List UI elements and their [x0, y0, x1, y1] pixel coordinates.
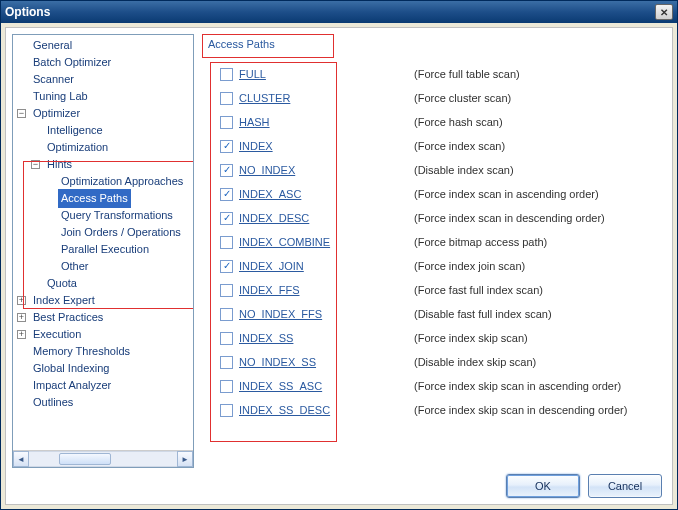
access-path-row: INDEX(Force index scan): [220, 134, 656, 158]
access-path-checkbox[interactable]: [220, 92, 233, 105]
access-path-name[interactable]: INDEX_SS_DESC: [239, 404, 414, 416]
access-path-description: (Force index scan): [414, 140, 505, 152]
access-path-description: (Force bitmap access path): [414, 236, 547, 248]
access-path-row: INDEX_DESC(Force index scan in descendin…: [220, 206, 656, 230]
access-path-description: (Force index skip scan in ascending orde…: [414, 380, 621, 392]
access-path-checkbox[interactable]: [220, 188, 233, 201]
tree-node[interactable]: Impact Analyzer: [15, 377, 193, 394]
access-path-description: (Force index scan in ascending order): [414, 188, 599, 200]
tree-connector-icon: [15, 56, 28, 69]
access-path-checkbox[interactable]: [220, 380, 233, 393]
access-path-checkbox[interactable]: [220, 140, 233, 153]
tree-node[interactable]: +Index Expert: [15, 292, 193, 309]
access-path-checkbox[interactable]: [220, 116, 233, 129]
access-path-name[interactable]: INDEX_ASC: [239, 188, 414, 200]
access-path-name[interactable]: CLUSTER: [239, 92, 414, 104]
tree-connector-icon: [15, 379, 28, 392]
access-path-description: (Force index skip scan): [414, 332, 528, 344]
scrollbar-thumb[interactable]: [59, 453, 111, 465]
tree-node[interactable]: Quota: [29, 275, 193, 292]
access-path-checkbox[interactable]: [220, 236, 233, 249]
access-path-checkbox[interactable]: [220, 68, 233, 81]
access-path-row: NO_INDEX(Disable index scan): [220, 158, 656, 182]
access-path-checkbox[interactable]: [220, 356, 233, 369]
access-path-checkbox[interactable]: [220, 164, 233, 177]
tree-connector-icon: [43, 260, 56, 273]
panel-header: Access Paths: [202, 34, 666, 56]
tree-node[interactable]: +Best Practices: [15, 309, 193, 326]
access-path-row: INDEX_SS_DESC(Force index skip scan in d…: [220, 398, 656, 422]
expand-icon[interactable]: +: [15, 294, 28, 307]
tree-node[interactable]: Access Paths: [43, 190, 193, 207]
tree-connector-icon: [29, 141, 42, 154]
tree-node[interactable]: Intelligence: [29, 122, 193, 139]
tree-node[interactable]: +Execution: [15, 326, 193, 343]
access-path-description: (Disable index scan): [414, 164, 514, 176]
access-path-row: INDEX_SS(Force index skip scan): [220, 326, 656, 350]
access-path-row: INDEX_FFS(Force fast full index scan): [220, 278, 656, 302]
access-path-name[interactable]: INDEX_JOIN: [239, 260, 414, 272]
tree-node[interactable]: Scanner: [15, 71, 193, 88]
tree-node[interactable]: Parallel Execution: [43, 241, 193, 258]
ok-button[interactable]: OK: [506, 474, 580, 498]
tree-node[interactable]: −OptimizerIntelligenceOptimization−Hints…: [15, 105, 193, 292]
access-path-checkbox[interactable]: [220, 212, 233, 225]
access-path-name[interactable]: NO_INDEX_FFS: [239, 308, 414, 320]
scrollbar-track[interactable]: [29, 451, 177, 467]
access-path-description: (Force index skip scan in descending ord…: [414, 404, 627, 416]
tree-item-label[interactable]: Outlines: [30, 393, 76, 412]
tree-node[interactable]: Global Indexing: [15, 360, 193, 377]
access-path-checkbox[interactable]: [220, 332, 233, 345]
access-path-checkbox[interactable]: [220, 404, 233, 417]
tree-node[interactable]: −HintsOptimization ApproachesAccess Path…: [29, 156, 193, 275]
tree-node[interactable]: Batch Optimizer: [15, 54, 193, 71]
tree-connector-icon: [43, 226, 56, 239]
access-path-name[interactable]: INDEX_SS_ASC: [239, 380, 414, 392]
tree-node[interactable]: Optimization Approaches: [43, 173, 193, 190]
navigation-tree: GeneralBatch OptimizerScannerTuning Lab−…: [12, 34, 194, 468]
tree-connector-icon: [43, 209, 56, 222]
access-path-row: FULL(Force full table scan): [220, 62, 656, 86]
access-path-name[interactable]: INDEX_SS: [239, 332, 414, 344]
access-path-name[interactable]: HASH: [239, 116, 414, 128]
expand-icon[interactable]: +: [15, 311, 28, 324]
access-path-description: (Disable fast full index scan): [414, 308, 552, 320]
access-path-checkbox[interactable]: [220, 284, 233, 297]
expand-icon[interactable]: +: [15, 328, 28, 341]
horizontal-scrollbar[interactable]: ◄ ►: [13, 450, 193, 467]
access-path-name[interactable]: FULL: [239, 68, 414, 80]
access-path-name[interactable]: INDEX_FFS: [239, 284, 414, 296]
tree-connector-icon: [43, 243, 56, 256]
window-title: Options: [5, 5, 50, 19]
tree-node[interactable]: Optimization: [29, 139, 193, 156]
tree-node[interactable]: Memory Thresholds: [15, 343, 193, 360]
tree-node[interactable]: Outlines: [15, 394, 193, 411]
tree-connector-icon: [15, 396, 28, 409]
tree-node[interactable]: Other: [43, 258, 193, 275]
access-path-name[interactable]: INDEX: [239, 140, 414, 152]
access-path-description: (Force index scan in descending order): [414, 212, 605, 224]
scroll-right-icon[interactable]: ►: [177, 451, 193, 467]
tree-node[interactable]: Query Transformations: [43, 207, 193, 224]
tree-connector-icon: [43, 175, 56, 188]
access-path-checkbox[interactable]: [220, 308, 233, 321]
access-path-checkbox[interactable]: [220, 260, 233, 273]
access-path-name[interactable]: NO_INDEX_SS: [239, 356, 414, 368]
access-path-name[interactable]: INDEX_DESC: [239, 212, 414, 224]
collapse-icon[interactable]: −: [29, 158, 42, 171]
scroll-left-icon[interactable]: ◄: [13, 451, 29, 467]
tree-connector-icon: [15, 362, 28, 375]
cancel-button[interactable]: Cancel: [588, 474, 662, 498]
tree-node[interactable]: Tuning Lab: [15, 88, 193, 105]
close-icon[interactable]: ✕: [655, 4, 673, 20]
tree-connector-icon: [29, 124, 42, 137]
tree-connector-icon: [15, 39, 28, 52]
tree-node[interactable]: Join Orders / Operations: [43, 224, 193, 241]
collapse-icon[interactable]: −: [15, 107, 28, 120]
tree-node[interactable]: General: [15, 37, 193, 54]
access-path-name[interactable]: INDEX_COMBINE: [239, 236, 414, 248]
access-path-description: (Force index join scan): [414, 260, 525, 272]
access-path-description: (Disable index skip scan): [414, 356, 536, 368]
access-path-name[interactable]: NO_INDEX: [239, 164, 414, 176]
content-panel: Access Paths FULL(Force full table scan)…: [202, 34, 666, 468]
